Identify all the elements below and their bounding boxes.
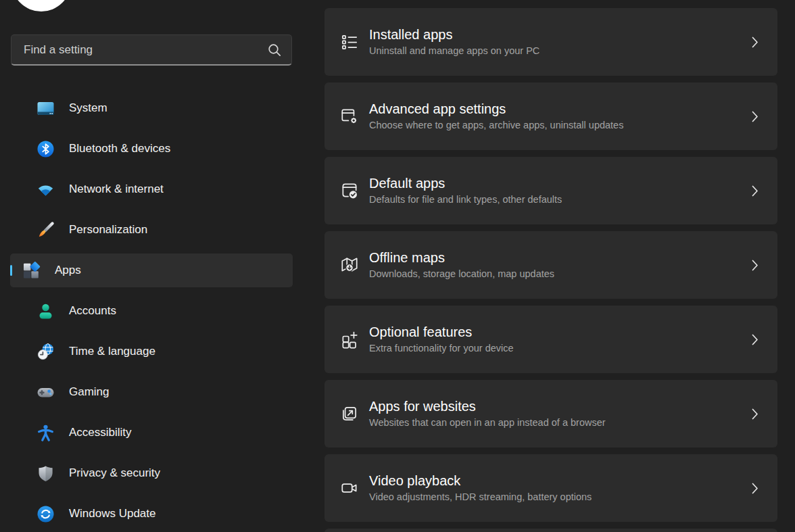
apps-icon [22,262,41,280]
sidebar-item-privacy-security[interactable]: Privacy & security [10,456,293,490]
sidebar-item-label: System [69,101,107,115]
card-offline-maps[interactable]: Offline maps Downloads, storage location… [324,231,777,299]
sidebar-item-accounts[interactable]: Accounts [10,294,293,328]
sidebar-item-system[interactable]: System [10,91,293,125]
sidebar-nav: System Bluetooth & devices [10,91,293,532]
sidebar-item-windows-update[interactable]: Windows Update [10,497,293,531]
gaming-icon [37,383,55,402]
card-subtitle: Extra functionality for your device [369,342,514,355]
offline-maps-icon [339,255,360,275]
chevron-right-icon [752,37,763,48]
sidebar-item-personalization[interactable]: Personalization [10,213,293,247]
sidebar-item-accessibility[interactable]: Accessibility [10,416,293,450]
card-apps-for-websites[interactable]: Apps for websites Websites that can open… [324,380,777,448]
card-subtitle: Uninstall and manage apps on your PC [369,45,539,57]
apps-settings-list: Installed apps Uninstall and manage apps… [324,8,777,532]
network-icon [37,180,55,199]
chevron-right-icon [752,185,763,197]
card-title: Optional features [369,324,514,340]
chevron-right-icon [752,483,763,494]
card-optional-features[interactable]: Optional features Extra functionality fo… [324,306,777,373]
windows-update-icon [37,505,55,523]
personalization-icon [37,221,55,239]
card-subtitle: Video adjustments, HDR streaming, batter… [369,491,592,504]
sidebar-item-label: Personalization [69,223,147,237]
bluetooth-icon [37,140,55,158]
sidebar-item-apps[interactable]: Apps [10,253,293,287]
user-avatar[interactable] [11,0,71,11]
system-icon [37,99,55,118]
sidebar-item-label: Accessibility [69,426,132,439]
card-default-apps[interactable]: Default apps Defaults for file and link … [324,157,777,224]
sidebar-item-label: Time & language [69,345,155,358]
sidebar-item-label: Network & internet [69,183,164,196]
privacy-security-icon [37,464,55,483]
settings-window: System Bluetooth & devices [0,0,795,532]
sidebar-item-label: Windows Update [69,507,156,521]
default-apps-icon [339,180,360,201]
card-title: Video playback [369,473,592,489]
sidebar-item-label: Bluetooth & devices [69,142,170,155]
sidebar-item-label: Gaming [69,385,110,399]
search-icon[interactable] [267,43,282,57]
card-title: Default apps [369,175,562,191]
apps-for-websites-icon [339,404,360,424]
card-subtitle: Choose where to get apps, archive apps, … [369,119,623,132]
video-playback-icon [339,478,360,498]
selection-indicator [10,265,12,276]
advanced-app-settings-icon [339,106,360,126]
card-subtitle: Websites that can open in an app instead… [369,416,606,429]
card-title: Offline maps [369,249,554,266]
card-subtitle: Downloads, storage location, map updates [369,268,554,281]
sidebar-item-gaming[interactable]: Gaming [10,375,293,409]
card-video-playback[interactable]: Video playback Video adjustments, HDR st… [324,454,777,522]
time-language-icon [37,343,55,361]
sidebar-item-label: Accounts [69,304,116,318]
card-installed-apps[interactable]: Installed apps Uninstall and manage apps… [324,8,777,76]
card-title: Advanced app settings [369,101,623,117]
card-advanced-app-settings[interactable]: Advanced app settings Choose where to ge… [324,82,777,150]
chevron-right-icon [752,408,763,420]
accounts-icon [37,302,55,320]
chevron-right-icon [752,334,763,345]
sidebar-item-time-language[interactable]: Time & language [10,335,293,368]
sidebar-item-network-internet[interactable]: Network & internet [10,172,293,206]
chevron-right-icon [752,111,763,122]
sidebar-item-bluetooth-devices[interactable]: Bluetooth & devices [10,132,293,166]
installed-apps-icon [339,32,360,52]
card-next-partial[interactable] [324,529,777,532]
card-subtitle: Defaults for file and link types, other … [369,193,562,206]
card-title: Apps for websites [369,398,606,414]
search-box[interactable] [11,34,292,66]
search-input[interactable] [22,43,267,57]
card-title: Installed apps [369,26,539,43]
chevron-right-icon [752,260,763,271]
sidebar-item-label: Privacy & security [69,466,160,480]
sidebar-item-label: Apps [55,264,81,277]
accessibility-icon [37,424,55,442]
optional-features-icon [339,329,360,349]
